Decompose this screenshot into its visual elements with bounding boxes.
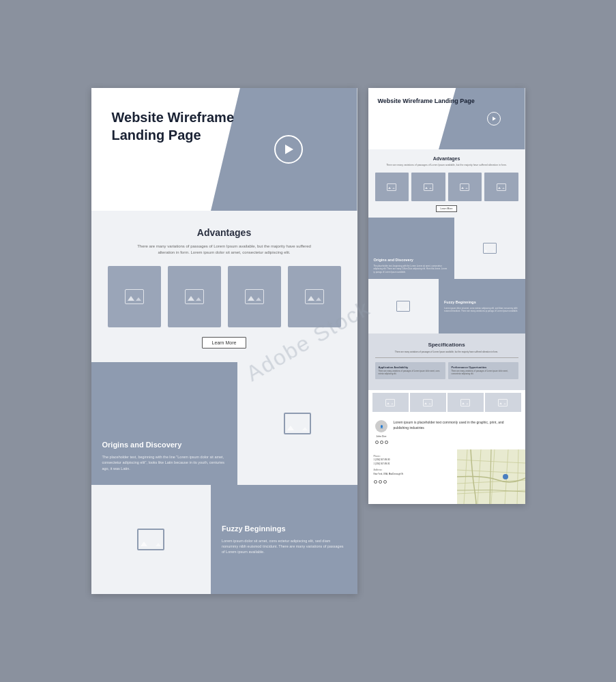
- left-origins: Origins and Discovery The placeholder te…: [91, 362, 357, 485]
- fuzzy-left-panel: [91, 485, 211, 594]
- svg-line-1: [457, 470, 525, 473]
- rw-hero-content: Website Wireframe Landing Page: [378, 98, 475, 106]
- rw-img-4: [497, 183, 506, 191]
- right-origins: Origins and Discovery The placeholder te…: [368, 218, 525, 279]
- mini-placeholder-2: [423, 399, 432, 406]
- mini-placeholder-4: [498, 399, 508, 406]
- wireframe-left: Website Wireframe Landing Page Advantage…: [91, 88, 357, 594]
- right-card-4: [484, 173, 518, 201]
- right-hero: Website Wireframe Landing Page: [368, 88, 525, 149]
- right-learn-more-button[interactable]: Learn More: [436, 205, 458, 212]
- fuzzy-text: Lorem ipsum dolor sit amet, cons ectetur…: [222, 538, 347, 555]
- contact-social-1[interactable]: [374, 480, 377, 484]
- rw-origins-text: The placeholder text, beginning with the…: [374, 265, 450, 274]
- fuzzy-img: [137, 529, 164, 550]
- left-card-2: [168, 266, 221, 327]
- rw-play-icon: [493, 117, 496, 121]
- left-learn-more-button[interactable]: Learn More: [202, 337, 247, 349]
- svg-line-6: [491, 449, 495, 504]
- testimonial-left: 👤 John Doe: [375, 420, 388, 444]
- rw-img-2: [424, 183, 433, 191]
- social-icons: [375, 441, 388, 444]
- spec-box-2: Performance Opportunities There are many…: [448, 362, 518, 379]
- contact-social-2[interactable]: [379, 480, 382, 484]
- spec-box-2-text: There are many variations of passages of…: [452, 370, 515, 376]
- left-card-4: [288, 266, 341, 327]
- map-pin: [503, 474, 508, 479]
- right-fuzzy: Fuzzy Beginnings Lorem ipsum dolor sit a…: [368, 279, 525, 333]
- rw-img-1: [387, 183, 396, 191]
- left-card-3: [228, 266, 281, 327]
- right-play-button[interactable]: [487, 112, 501, 125]
- mini-img-3: [448, 393, 484, 412]
- rw-origins-left: Origins and Discovery The placeholder te…: [368, 218, 455, 279]
- mini-gallery: [368, 390, 525, 415]
- img-placeholder-4: [305, 289, 324, 304]
- origins-img: [284, 413, 311, 434]
- rw-origins-right: [454, 218, 525, 279]
- social-icon-1[interactable]: [375, 441, 379, 444]
- map-svg: [457, 449, 525, 504]
- left-advantages: Advantages There are many variations of …: [91, 211, 357, 362]
- rw-origins-img: [483, 243, 497, 254]
- right-advantages-desc: There are many variations of passages of…: [375, 164, 518, 167]
- mini-img-2: [410, 393, 446, 412]
- avatar: 👤: [375, 420, 387, 432]
- right-card-3: [448, 173, 482, 201]
- origins-left-panel: Origins and Discovery The placeholder te…: [91, 362, 238, 485]
- contact-social-3[interactable]: [383, 480, 387, 484]
- left-hero: Website Wireframe Landing Page: [91, 88, 357, 211]
- left-fuzzy: Fuzzy Beginnings Lorem ipsum dolor sit a…: [91, 485, 357, 594]
- mini-placeholder-3: [460, 399, 470, 406]
- left-hero-title: Website Wireframe Landing Page: [112, 108, 235, 144]
- left-play-button[interactable]: [274, 135, 303, 164]
- left-card-1: [108, 266, 161, 327]
- left-advantages-desc: There are many variations of passages of…: [129, 243, 320, 255]
- contact-map: [457, 449, 525, 504]
- img-placeholder-3: [245, 289, 264, 304]
- contact-info: Phone: 1 (234) 567-89-90 1 (234) 567-89-…: [374, 455, 452, 476]
- mini-img-1: [372, 393, 409, 412]
- origins-right-panel: [237, 362, 357, 485]
- rw-fuzzy-img: [396, 301, 410, 312]
- play-icon: [285, 145, 293, 154]
- mini-img-4: [485, 393, 521, 412]
- right-card-2: [411, 173, 445, 201]
- main-container: Website Wireframe Landing Page Advantage…: [91, 88, 525, 594]
- rw-origins-title: Origins and Discovery: [374, 258, 450, 262]
- img-placeholder-2: [185, 289, 204, 304]
- contact-section: Phone: 1 (234) 567-89-90 1 (234) 567-89-…: [368, 449, 525, 504]
- left-cards-row: [108, 266, 341, 327]
- spec-box-2-title: Performance Opportunities: [452, 366, 515, 369]
- hero-content: Website Wireframe Landing Page: [112, 108, 235, 144]
- right-advantages-title: Advantages: [375, 156, 518, 161]
- specs-boxes: Application Availability There are many …: [375, 362, 518, 379]
- right-hero-title: Website Wireframe Landing Page: [378, 98, 475, 106]
- left-advantages-title: Advantages: [108, 227, 341, 238]
- social-icon-2[interactable]: [380, 441, 383, 444]
- spec-box-1-text: There are many variations of passages of…: [379, 370, 442, 376]
- contact-left: Phone: 1 (234) 567-89-90 1 (234) 567-89-…: [368, 449, 457, 504]
- rw-fuzzy-title: Fuzzy Beginnings: [444, 300, 520, 304]
- img-placeholder-1: [125, 289, 144, 304]
- origins-title: Origins and Discovery: [102, 441, 227, 449]
- mini-placeholder-1: [385, 399, 395, 406]
- testimonial-text: Lorem ipsum is placeholder text commonly…: [394, 420, 518, 430]
- spec-box-1-title: Application Availability: [379, 366, 442, 369]
- right-cards-row: [375, 173, 518, 201]
- rw-fuzzy-right: Fuzzy Beginnings Lorem ipsum dolor sit a…: [439, 279, 525, 333]
- right-advantages: Advantages There are many variations of …: [368, 149, 525, 218]
- wireframe-right: Website Wireframe Landing Page Advantage…: [368, 88, 525, 504]
- rw-fuzzy-left: [368, 279, 439, 333]
- address: New York, USA, MacDonough St: [374, 473, 452, 476]
- origins-text: The placeholder text, beginning with the…: [102, 454, 227, 471]
- specs-desc: There are many variations of passages of…: [375, 351, 518, 353]
- contact-social-icons: [374, 480, 452, 484]
- fuzzy-right-panel: Fuzzy Beginnings Lorem ipsum dolor sit a…: [211, 485, 357, 594]
- testimonial-section: 👤 John Doe Lorem ipsum is placeholder te…: [368, 415, 525, 449]
- right-card-1: [375, 173, 409, 201]
- specs-title: Specifications: [375, 342, 518, 348]
- specifications-section: Specifications There are many variations…: [368, 333, 525, 390]
- svg-line-8: [517, 449, 518, 504]
- social-icon-3[interactable]: [385, 441, 388, 444]
